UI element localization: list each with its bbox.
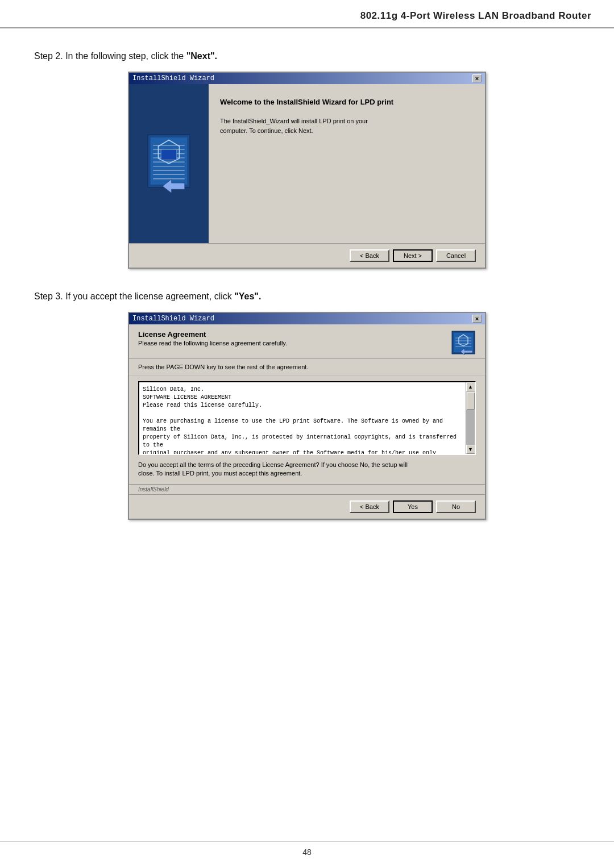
step2-dialog-footer: < Back Next > Cancel	[129, 243, 485, 268]
page-content: Step 2. In the following step, click the…	[0, 28, 614, 565]
step3-header-text: License Agreement Please read the follow…	[138, 330, 287, 347]
step3-titlebar: InstallShield Wizard ×	[129, 313, 485, 324]
svg-rect-1	[151, 137, 188, 185]
page-footer: 48	[0, 841, 614, 857]
step2-titlebar: InstallShield Wizard ×	[129, 73, 485, 84]
step3-license-text-area: Silicon Data, Inc. SOFTWARE LICENSE AGRE…	[138, 381, 476, 455]
step2-welcome-body: The InstallShield_Wizard will install LP…	[220, 116, 474, 135]
page-number: 48	[302, 848, 312, 857]
step3-scrollbar[interactable]: ▲ ▼	[466, 382, 475, 454]
step2-dialog-body: Welcome to the InstallShield Wizard for …	[129, 84, 485, 243]
step3-brand-bar: InstallShield	[129, 484, 485, 494]
step2-instruction: Step 2. In the following step, click the…	[34, 51, 580, 61]
step2-back-button[interactable]: < Back	[350, 249, 389, 262]
step3-dialog: InstallShield Wizard × License Agreement…	[128, 312, 486, 520]
step3-dialog-footer: < Back Yes No	[129, 494, 485, 519]
step2-dialog: InstallShield Wizard ×	[128, 72, 486, 269]
step3-no-button[interactable]: No	[436, 500, 476, 513]
step3-instruction-bar: Press the PAGE DOWN key to see the rest …	[129, 359, 485, 375]
step3-wizard-icon	[451, 330, 476, 355]
step3-yes-button[interactable]: Yes	[393, 500, 433, 513]
step2-close-button[interactable]: ×	[472, 74, 482, 82]
step3-section-title: License Agreement	[138, 330, 287, 339]
step2-welcome-title: Welcome to the InstallShield Wizard for …	[220, 98, 474, 106]
scrollbar-track	[466, 410, 475, 445]
step2-next-button[interactable]: Next >	[393, 249, 433, 262]
step3-license-text: Silicon Data, Inc. SOFTWARE LICENSE AGRE…	[139, 382, 466, 454]
svg-rect-12	[161, 149, 177, 160]
scrollbar-down-arrow[interactable]: ▼	[466, 445, 475, 454]
page-title: 802.11g 4-Port Wireless LAN Broadband Ro…	[360, 10, 591, 21]
step2-left-panel	[129, 84, 209, 243]
step3-accept-question: Do you accept all the terms of the prece…	[138, 461, 476, 478]
install-graphic	[129, 84, 209, 243]
step3-header-section: License Agreement Please read the follow…	[129, 324, 485, 359]
step3-instruction: Step 3. If you accept the license agreem…	[34, 291, 580, 302]
step3-section-subtitle: Please read the following license agreem…	[138, 340, 287, 347]
step2-right-panel: Welcome to the InstallShield Wizard for …	[209, 84, 485, 243]
page-header: 802.11g 4-Port Wireless LAN Broadband Ro…	[0, 0, 614, 28]
step3-back-button[interactable]: < Back	[350, 500, 389, 513]
step2-cancel-button[interactable]: Cancel	[436, 249, 476, 262]
step3-dialog-title: InstallShield Wizard	[132, 315, 214, 323]
step2-dialog-title: InstallShield Wizard	[132, 74, 214, 82]
step3-close-button[interactable]: ×	[472, 315, 482, 323]
scrollbar-thumb[interactable]	[467, 393, 475, 410]
scrollbar-up-arrow[interactable]: ▲	[466, 382, 475, 391]
